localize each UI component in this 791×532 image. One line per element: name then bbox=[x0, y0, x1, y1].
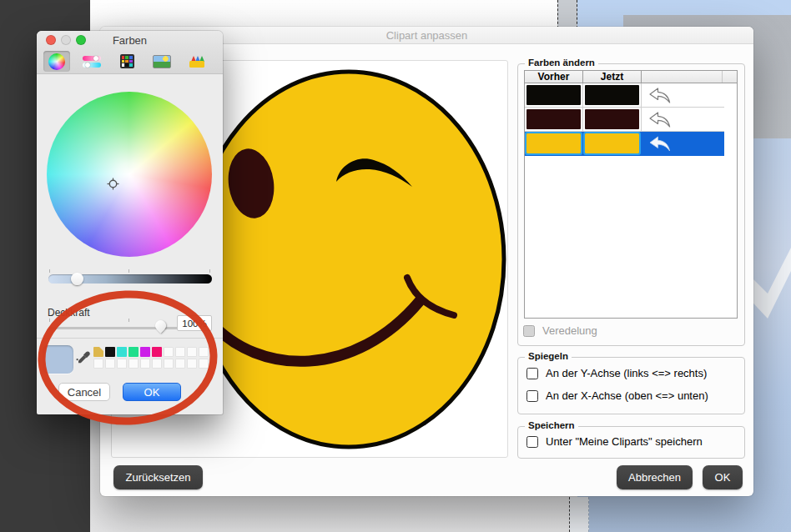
ok-button[interactable]: OK bbox=[703, 465, 743, 489]
minimize-icon bbox=[61, 35, 71, 45]
slider-tick bbox=[128, 319, 129, 322]
zoom-icon[interactable] bbox=[76, 35, 86, 45]
tab-color-sliders[interactable] bbox=[78, 51, 105, 72]
tab-crayons[interactable] bbox=[184, 51, 210, 72]
close-icon[interactable] bbox=[46, 35, 56, 45]
tab-color-wheel[interactable] bbox=[43, 51, 70, 72]
veredelung-option: Veredelung bbox=[523, 324, 597, 337]
swatch-empty[interactable] bbox=[199, 347, 209, 357]
reset-button[interactable]: Zurücksetzen bbox=[113, 465, 203, 489]
veredelung-checkbox bbox=[523, 325, 535, 337]
mirror-x-label: An der X-Achse (oben <=> unten) bbox=[546, 389, 708, 402]
slider-tick bbox=[128, 269, 129, 273]
smiley-face bbox=[194, 72, 504, 447]
slider-tick bbox=[49, 269, 50, 273]
undo-arrow-icon[interactable] bbox=[647, 87, 672, 104]
veredelung-label: Veredelung bbox=[542, 324, 597, 337]
cancel-button[interactable]: Abbrechen bbox=[617, 465, 693, 489]
color-selector-crosshair[interactable] bbox=[107, 178, 119, 190]
tab-image-palettes[interactable] bbox=[149, 51, 175, 72]
jetzt-swatch[interactable] bbox=[585, 85, 639, 105]
groupbox-speichern-legend: Speichern bbox=[525, 420, 578, 430]
swatch-empty[interactable] bbox=[117, 359, 127, 369]
slider-tick bbox=[209, 269, 210, 273]
jetzt-swatch[interactable] bbox=[585, 133, 639, 153]
groupbox-spiegeln-legend: Spiegeln bbox=[525, 351, 572, 361]
save-to-cliparts-checkbox[interactable] bbox=[526, 436, 538, 448]
color-row[interactable] bbox=[525, 83, 724, 108]
mirror-y-label: An der Y-Achse (links <=> rechts) bbox=[546, 367, 707, 379]
color-mode-toolbar bbox=[37, 49, 223, 74]
divider bbox=[37, 338, 223, 339]
swatch-empty[interactable] bbox=[105, 359, 115, 369]
brightness-slider-thumb[interactable] bbox=[71, 273, 83, 285]
column-header-action bbox=[642, 71, 723, 83]
tab-color-palettes[interactable] bbox=[113, 51, 140, 72]
save-to-cliparts-label: Unter "Meine Cliparts" speichern bbox=[546, 435, 703, 448]
opacity-slider-thumb[interactable] bbox=[153, 318, 168, 333]
swatch[interactable] bbox=[93, 347, 103, 357]
swatch-empty[interactable] bbox=[152, 359, 162, 369]
swatch-empty[interactable] bbox=[164, 359, 174, 369]
panel-titlebar[interactable]: Farben bbox=[37, 31, 223, 49]
swatch[interactable] bbox=[152, 347, 162, 357]
table-header: Vorher Jetzt bbox=[525, 71, 737, 83]
undo-arrow-icon[interactable] bbox=[647, 135, 672, 153]
slider-tick bbox=[49, 319, 50, 322]
swatch-empty[interactable] bbox=[140, 359, 150, 369]
swatch-empty[interactable] bbox=[187, 359, 197, 369]
eyedropper-icon[interactable] bbox=[75, 349, 91, 364]
save-to-cliparts-option[interactable]: Unter "Meine Cliparts" speichern bbox=[526, 435, 703, 448]
color-row[interactable] bbox=[525, 108, 724, 132]
swatch-grid bbox=[93, 347, 210, 369]
undo-arrow-icon[interactable] bbox=[647, 111, 672, 128]
panel-cancel-button[interactable]: Cancel bbox=[58, 383, 110, 401]
panel-ok-button[interactable]: OK bbox=[123, 383, 181, 401]
swatch-empty[interactable] bbox=[175, 347, 185, 357]
jetzt-swatch[interactable] bbox=[585, 109, 639, 129]
dialog-title: Clipart anpassen bbox=[386, 29, 468, 42]
opacity-value[interactable]: 100% bbox=[177, 315, 212, 331]
color-wheel-icon bbox=[48, 53, 65, 70]
panel-title: Farben bbox=[113, 34, 147, 47]
swatch-empty[interactable] bbox=[164, 347, 174, 357]
swatch-empty[interactable] bbox=[128, 359, 139, 369]
groupbox-spiegeln: Spiegeln bbox=[517, 357, 745, 414]
swatch-empty[interactable] bbox=[199, 359, 209, 369]
swatch-empty[interactable] bbox=[175, 359, 185, 369]
mirror-y-checkbox[interactable] bbox=[526, 368, 538, 379]
mirror-x-option[interactable]: An der X-Achse (oben <=> unten) bbox=[526, 389, 708, 402]
current-color-well[interactable] bbox=[43, 345, 73, 374]
column-header-vorher: Vorher bbox=[525, 71, 583, 83]
opacity-label: Deckkraft bbox=[48, 307, 90, 319]
swatch-empty[interactable] bbox=[93, 359, 103, 369]
swatch[interactable] bbox=[140, 347, 150, 357]
swatch[interactable] bbox=[128, 347, 139, 357]
vorher-swatch bbox=[526, 85, 581, 105]
vorher-swatch bbox=[526, 109, 581, 129]
crayons-icon bbox=[189, 55, 205, 68]
image-palette-icon bbox=[153, 55, 171, 68]
color-row-selected[interactable] bbox=[525, 132, 724, 156]
sliders-icon bbox=[83, 55, 101, 68]
selection-marquee-top bbox=[557, 0, 577, 28]
screen: Clipart anpassen Farben ändern Vorher Je… bbox=[0, 0, 791, 532]
selection-marquee-bottom bbox=[569, 497, 589, 532]
vorher-swatch bbox=[526, 133, 581, 153]
farben-color-panel: Farben bbox=[37, 31, 223, 414]
window-controls bbox=[46, 35, 86, 45]
color-mapping-table: Vorher Jetzt bbox=[524, 70, 738, 319]
column-header-jetzt: Jetzt bbox=[583, 71, 642, 83]
mirror-y-option[interactable]: An der Y-Achse (links <=> rechts) bbox=[526, 367, 707, 379]
swatch-empty[interactable] bbox=[187, 347, 197, 357]
groupbox-farben-aendern-legend: Farben ändern bbox=[525, 58, 598, 68]
palette-grid-icon bbox=[120, 54, 134, 68]
swatch[interactable] bbox=[117, 347, 127, 357]
swatch[interactable] bbox=[105, 347, 115, 357]
mirror-x-checkbox[interactable] bbox=[526, 390, 538, 402]
color-wheel[interactable] bbox=[47, 92, 212, 257]
